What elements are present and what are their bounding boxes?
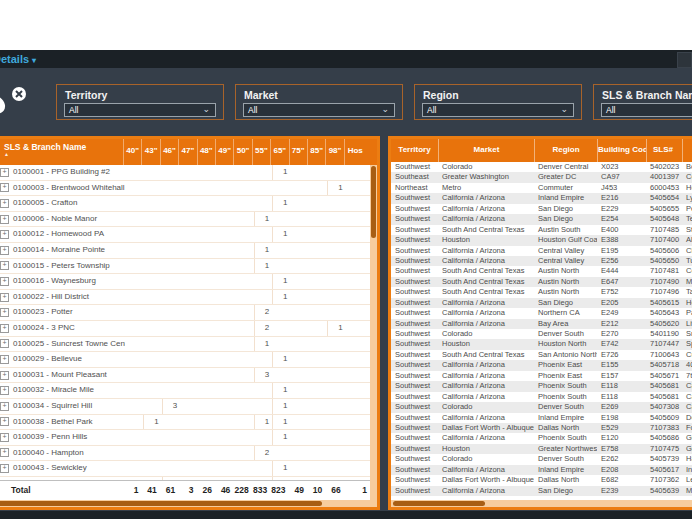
column-header-territory[interactable]: Territory [391,139,438,162]
table-row[interactable]: SouthwestHoustonGreater NorthwestE758710… [391,444,692,454]
table-row[interactable]: +0100029 - Bellevue1 [0,352,377,368]
column-header-size[interactable]: 55" [252,139,270,165]
territory-dropdown[interactable]: All⌄ [64,103,216,117]
column-header-size[interactable]: 46" [160,139,178,165]
table-row[interactable]: SouthwestCalifornia / ArizonaPhoenix Sou… [391,433,692,443]
table-row[interactable]: SouthwestSouth And Central TexasAustin N… [391,266,692,276]
table-row[interactable]: +0100016 - Waynesburg1 [0,274,377,290]
table-row[interactable]: SouthwestSouth And Central TexasAustin S… [391,225,692,235]
table-row[interactable]: +0100024 - 3 PNC21 [0,321,377,337]
table-row[interactable]: +0100006 - Noble Manor1 [0,212,377,228]
table-row[interactable]: SouthwestHoustonHouston NorthE7427107447… [391,339,692,349]
table-row[interactable]: +0100039 - Penn Hills1 [0,430,377,446]
table-row[interactable]: SouthwestCalifornia / ArizonaPhoenix Eas… [391,360,692,370]
expand-icon[interactable]: + [0,199,9,208]
table-row[interactable]: SouthwestColoradoDenver SouthE2705401190… [391,329,692,339]
vertical-scrollbar-thumb[interactable] [371,166,376,238]
column-header-size[interactable]: 49" [215,139,233,165]
column-header-size[interactable]: 85" [307,139,325,165]
column-header-hidden[interactable] [682,139,692,162]
table-row[interactable]: +0100025 - Suncrest Towne Centre1 [0,337,377,353]
table-row[interactable]: +0100043 - Sewickley1 [0,461,377,477]
expand-icon[interactable]: + [0,277,9,286]
column-header-market[interactable]: Market [438,139,534,162]
expand-icon[interactable]: + [0,293,9,302]
expand-icon[interactable]: + [0,183,9,192]
table-row[interactable]: SouthwestCalifornia / ArizonaInland Empi… [391,465,692,475]
expand-icon[interactable]: + [0,230,9,239]
table-row[interactable]: SouthwestCalifornia / ArizonaSan DiegoE2… [391,486,692,496]
expand-icon[interactable]: + [0,324,9,333]
table-row[interactable]: +0100023 - Potter2 [0,305,377,321]
table-row[interactable]: SouthwestSouth And Central TexasSan Anto… [391,350,692,360]
table-row[interactable]: +0100040 - Hampton2 [0,446,377,462]
table-row[interactable]: SouthwestCalifornia / ArizonaSan DiegoE2… [391,298,692,308]
table-row[interactable]: +0100038 - Bethel Park111 [0,415,377,431]
table-row[interactable]: SouthwestColoradoDenver CentralX02354020… [391,162,692,172]
horizontal-scrollbar-left[interactable] [0,500,377,507]
column-header-size[interactable]: 98" [325,139,343,165]
table-row[interactable]: +0100022 - Hill District1 [0,290,377,306]
expand-icon[interactable]: + [0,371,9,380]
table-row[interactable]: +0100014 - Moraine Pointe1 [0,243,377,259]
sls-branch-dropdown[interactable]: All⌄ [601,103,692,117]
topbar-corner-button[interactable] [677,52,692,68]
table-row[interactable]: SouthwestCalifornia / ArizonaInland Empi… [391,413,692,423]
column-header-size[interactable]: Hos [344,139,377,165]
table-row[interactable]: SouthwestColoradoDenver SouthE2625405739… [391,454,692,464]
column-header-size[interactable]: 43" [141,139,159,165]
column-header-size[interactable]: 75" [289,139,307,165]
expand-icon[interactable]: + [0,246,9,255]
column-header-size[interactable]: 65" [270,139,288,165]
column-header-building-code[interactable]: Building Code [597,139,646,162]
horizontal-scrollbar-right[interactable] [391,500,692,507]
column-header-size[interactable]: 50" [233,139,251,165]
table-row[interactable]: SouthwestColoradoDenver SouthE2695407308… [391,402,692,412]
column-header-size[interactable]: 40" [123,139,141,165]
table-row[interactable]: SoutheastGreater WashingtonGreater DCCA9… [391,172,692,182]
table-row[interactable]: +0100032 - Miracle Mile1 [0,383,377,399]
column-header-sls#[interactable]: SLS# [646,139,682,162]
table-row[interactable]: SouthwestCalifornia / ArizonaBay AreaE21… [391,319,692,329]
expand-icon[interactable]: + [0,448,9,457]
expand-icon[interactable]: + [0,355,9,364]
table-row[interactable]: SouthwestCalifornia / ArizonaSan DiegoE2… [391,204,692,214]
table-row[interactable]: SouthwestHoustonHouston Gulf CoastE38871… [391,235,692,245]
column-header-region[interactable]: Region [534,139,597,162]
expand-icon[interactable]: + [0,464,9,473]
vertical-scrollbar[interactable] [370,165,377,500]
expand-icon[interactable]: + [0,308,9,317]
details-menu[interactable]: Details▾ [0,53,36,65]
table-row[interactable]: SouthwestCalifornia / ArizonaPhoenix Sou… [391,381,692,391]
table-row[interactable]: SouthwestCalifornia / ArizonaPhoenix Sou… [391,392,692,402]
table-row[interactable]: SouthwestCalifornia / ArizonaNorthern CA… [391,308,692,318]
expand-icon[interactable]: + [0,339,9,348]
table-row[interactable]: SouthwestCalifornia / ArizonaInland Empi… [391,193,692,203]
expand-icon[interactable]: + [0,261,9,270]
table-row[interactable]: +0100012 - Homewood PA1 [0,227,377,243]
table-row[interactable]: SouthwestSouth And Central TexasAustin N… [391,287,692,297]
table-row[interactable]: SouthwestCalifornia / ArizonaCentral Val… [391,246,692,256]
table-row[interactable]: +0100005 - Crafton1 [0,196,377,212]
table-row[interactable]: +0100031 - Mount Pleasant3 [0,368,377,384]
region-dropdown[interactable]: All⌄ [422,103,574,117]
table-row[interactable]: SouthwestCalifornia / ArizonaPhoenix Eas… [391,371,692,381]
table-row[interactable]: SouthwestCalifornia / ArizonaSan DiegoE2… [391,214,692,224]
table-row[interactable]: SouthwestDallas Fort Worth - Albuquerque… [391,423,692,433]
expand-icon[interactable]: + [0,215,9,224]
table-row[interactable]: +0100003 - Brentwood Whitehall1 [0,181,377,197]
table-row[interactable]: SouthwestSouth And Central TexasAustin N… [391,277,692,287]
column-header-branch-name[interactable]: SLS & Branch Name▲ [0,139,123,165]
table-row[interactable]: +0100015 - Peters Township1 [0,259,377,275]
table-row[interactable]: +0100001 - PPG Building #21 [0,165,377,181]
table-row[interactable]: SouthwestCalifornia / ArizonaCentral Val… [391,256,692,266]
table-row[interactable]: NortheastMetroCommuterJ4536000453Ho [391,183,692,193]
horizontal-scrollbar-thumb[interactable] [0,501,322,506]
horizontal-scrollbar-thumb[interactable] [393,501,485,506]
column-header-size[interactable]: 47" [178,139,196,165]
expand-icon[interactable]: + [0,402,9,411]
expand-icon[interactable]: + [0,386,9,395]
expand-icon[interactable]: + [0,168,9,177]
expand-icon[interactable]: + [0,433,9,442]
column-header-size[interactable]: 48" [197,139,215,165]
